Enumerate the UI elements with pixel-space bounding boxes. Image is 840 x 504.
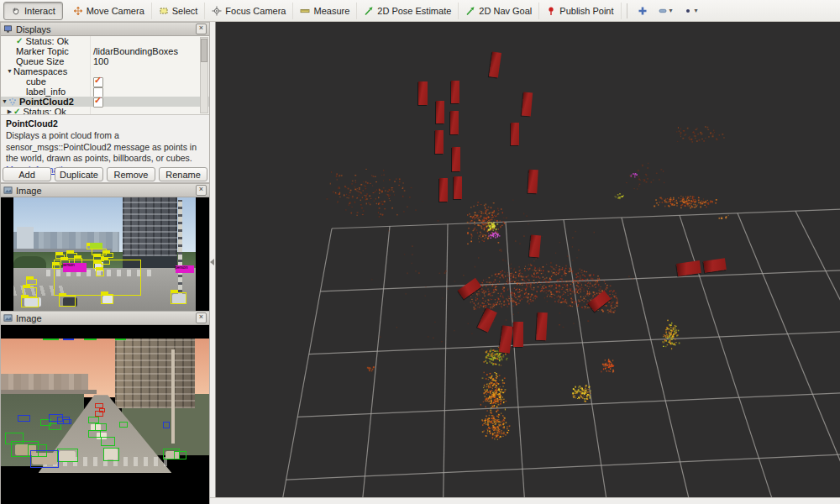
- display-description: PointCloud2 Displays a point cloud from …: [1, 114, 209, 165]
- tool-move-camera[interactable]: Move Camera: [66, 3, 152, 19]
- tree-row-marker-topic[interactable]: Marker Topic /lidarBoundingBoxes: [1, 46, 209, 56]
- display-buttons: Add Duplicate Remove Rename: [1, 165, 209, 183]
- image-panel-titlebar[interactable]: Image ×: [1, 312, 209, 325]
- tool-2d-pose-estimate[interactable]: 2D Pose Estimate: [357, 3, 459, 19]
- tree-row-pointcloud2[interactable]: ▼ PointCloud2 ✓: [1, 97, 209, 107]
- tool-interact[interactable]: Interact: [3, 2, 63, 20]
- lidar-bounding-box: [439, 178, 448, 202]
- description-title: PointCloud2: [6, 118, 204, 129]
- dot-icon: [683, 6, 693, 16]
- displays-panel-titlebar[interactable]: Displays ×: [1, 23, 209, 36]
- tree-label: PointCloud2: [19, 97, 74, 107]
- expander-icon[interactable]: ▼: [1, 97, 8, 107]
- detection-box: [171, 292, 187, 304]
- detection-boxes-layer: [1, 339, 209, 473]
- tool-label: 2D Nav Goal: [479, 6, 532, 16]
- tool-label: Select: [172, 6, 198, 16]
- measure-icon: [300, 6, 310, 16]
- close-icon[interactable]: ×: [196, 185, 207, 196]
- close-icon[interactable]: ×: [196, 24, 207, 34]
- description-body: Displays a point cloud from a sensor_msg…: [6, 130, 197, 163]
- remove-tool-button[interactable]: ▾: [653, 3, 678, 19]
- close-icon[interactable]: ×: [196, 312, 207, 323]
- detection-box: [30, 450, 60, 468]
- lidar-bounding-box: [499, 325, 513, 353]
- focus-camera-icon: [212, 6, 222, 16]
- detection-box: [43, 339, 60, 340]
- detection-box: [163, 422, 169, 428]
- detection-boxes-layer: personperson: [13, 197, 196, 311]
- tree-label: Status: Ok: [23, 107, 66, 114]
- remove-button[interactable]: Remove: [107, 167, 155, 181]
- tree-row-queue-size[interactable]: Queue Size 100: [1, 56, 209, 66]
- tool-label: Focus Camera: [225, 6, 286, 16]
- image-panel-titlebar[interactable]: Image ×: [1, 184, 209, 197]
- tree-row-status[interactable]: ✓ Status: Ok: [1, 36, 209, 46]
- tool-properties-button[interactable]: ▾: [678, 3, 703, 19]
- camera-image-sunset: [1, 325, 209, 504]
- tool-label: Publish Point: [559, 6, 613, 16]
- tree-row-status2[interactable]: ▶ ✓ Status: Ok: [1, 107, 209, 114]
- lidar-bounding-box: [450, 111, 459, 134]
- displays-tree: ✓ Status: Ok Marker Topic /lidarBounding…: [1, 36, 209, 114]
- tree-value[interactable]: 100: [93, 56, 108, 66]
- tree-row-namespaces[interactable]: ▼ Namespaces: [1, 66, 209, 76]
- add-button[interactable]: Add: [3, 167, 51, 181]
- detection-box: person: [63, 263, 87, 272]
- detection-box: [174, 451, 186, 459]
- lidar-bounding-box: [435, 130, 444, 154]
- pointcloud-icon: [8, 97, 17, 106]
- collapse-arrow-icon[interactable]: [210, 259, 214, 265]
- panel-title-label: Displays: [16, 24, 51, 34]
- tree-label: Queue Size: [16, 56, 64, 66]
- lidar-bounding-box: [529, 235, 541, 258]
- detection-box: [115, 339, 125, 340]
- tool-2d-nav-goal[interactable]: 2D Nav Goal: [459, 3, 539, 19]
- lidar-bounding-box: [436, 101, 444, 123]
- tool-publish-point[interactable]: Publish Point: [539, 3, 621, 19]
- toolbar: Interact Move Camera Select Focus Camera…: [0, 0, 840, 22]
- tree-row-label-info[interactable]: label_info: [1, 87, 209, 97]
- lidar-bounding-box: [588, 291, 612, 312]
- tool-select[interactable]: Select: [152, 3, 206, 19]
- select-icon: [159, 6, 169, 16]
- displays-panel: Displays × ✓ Status: Ok Marker Topic /li…: [0, 22, 210, 183]
- tree-label: label_info: [26, 87, 66, 97]
- window-bottom-edge: [210, 497, 840, 504]
- green-arrow-icon: [364, 6, 374, 16]
- tree-value[interactable]: /lidarBoundingBoxes: [93, 46, 178, 56]
- 3d-viewport[interactable]: [215, 22, 840, 497]
- lidar-bounding-box: [536, 312, 548, 341]
- toolbar-separator: [627, 3, 627, 18]
- lidar-bounding-box: [703, 258, 727, 272]
- check-icon: ✓: [13, 107, 20, 114]
- tool-measure[interactable]: Measure: [293, 3, 357, 19]
- tree-label: Namespaces: [13, 66, 67, 76]
- tool-label: 2D Pose Estimate: [377, 6, 451, 16]
- expander-icon[interactable]: ▼: [6, 66, 13, 76]
- lidar-bounding-box: [511, 123, 519, 145]
- lidar-bounding-box: [451, 81, 459, 103]
- hand-icon: [11, 6, 21, 16]
- map-pin-icon: [546, 6, 556, 16]
- duplicate-button[interactable]: Duplicate: [55, 167, 103, 181]
- detection-box: [21, 297, 39, 307]
- add-tool-button[interactable]: [633, 3, 653, 19]
- detection-box: [101, 294, 113, 304]
- rename-button[interactable]: Rename: [159, 167, 207, 181]
- camera-image-day: personperson: [1, 197, 209, 311]
- lidar-bounding-boxes-layer: [216, 22, 840, 497]
- tree-scrollbar[interactable]: [200, 37, 208, 113]
- image-panel-icon: [3, 313, 13, 323]
- detection-box: [99, 408, 105, 412]
- tree-label: Status: Ok: [25, 36, 68, 46]
- lidar-bounding-box: [528, 170, 538, 194]
- detection-box: [88, 417, 98, 423]
- tool-focus-camera[interactable]: Focus Camera: [205, 3, 293, 19]
- expander-icon[interactable]: ▶: [6, 107, 13, 114]
- rviz-window: Interact Move Camera Select Focus Camera…: [0, 0, 840, 504]
- detection-box: [52, 265, 61, 269]
- detection-box: [96, 270, 105, 276]
- tree-row-cube[interactable]: cube ✓: [1, 76, 209, 87]
- plus-icon: [638, 6, 648, 16]
